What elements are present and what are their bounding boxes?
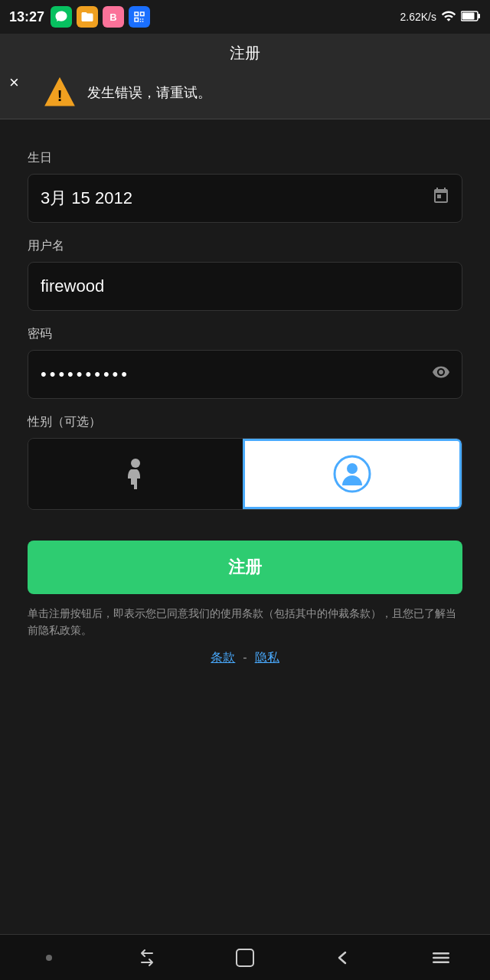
status-bar-left: 13:27 B [9,6,150,28]
birthday-label: 生日 [28,150,462,166]
terms-link[interactable]: 条款 [211,650,235,666]
svg-point-6 [347,463,358,474]
error-banner: × ! 发生错误，请重试。 [0,67,490,119]
status-icons: B [51,6,150,28]
bilibili-icon: B [103,6,124,28]
svg-rect-1 [462,12,475,19]
gender-label: 性别（可选） [28,414,462,430]
error-message: 发生错误，请重试。 [87,83,211,102]
close-icon[interactable]: × [9,74,19,91]
page-title: 注册 [230,44,260,61]
main-content: 生日 用户名 密码 性别（可选） [0,119,490,934]
birthday-input[interactable] [28,174,462,223]
nav-home-square[interactable] [226,939,264,977]
warning-icon: ! [43,76,77,109]
wechat-icon [51,6,72,28]
birthday-field-wrapper [28,174,462,223]
network-speed: 2.62K/s [400,11,436,23]
svg-point-4 [131,459,140,468]
gender-female-option[interactable] [28,439,243,509]
username-input[interactable] [28,262,462,311]
svg-rect-7 [237,949,253,966]
svg-rect-9 [433,956,449,959]
status-bar-right: 2.62K/s [400,8,481,26]
password-label: 密码 [28,326,462,342]
eye-icon[interactable] [432,363,450,386]
wifi-icon [441,8,456,26]
nav-back[interactable] [324,939,362,977]
svg-text:!: ! [57,87,63,104]
svg-rect-2 [478,14,480,18]
battery-icon [461,10,481,24]
link-separator: - [243,651,247,665]
nav-back-swap[interactable] [128,939,166,977]
register-section: 注册 [28,541,462,594]
links-row: 条款 - 隐私 [28,650,462,666]
svg-rect-10 [433,961,449,963]
status-time: 13:27 [9,9,44,25]
qr-icon [129,6,150,28]
header-area: 注册 × ! 发生错误，请重试。 [0,34,490,119]
bottom-nav [0,934,490,980]
calendar-icon[interactable] [432,187,450,210]
gender-male-option[interactable] [243,439,462,509]
svg-rect-8 [433,952,449,955]
password-input[interactable] [28,350,462,399]
folder-icon [77,6,98,28]
privacy-link[interactable]: 隐私 [255,650,279,666]
title-container: 注册 [0,34,490,67]
nav-dot [30,939,68,977]
terms-text: 单击注册按钮后，即表示您已同意我们的使用条款（包括其中的仲裁条款），且您已了解当… [28,605,462,639]
register-button[interactable]: 注册 [28,541,462,594]
password-field-wrapper [28,350,462,399]
status-bar: 13:27 B 2.62K/s [0,0,490,34]
username-label: 用户名 [28,238,462,254]
gender-selector [28,438,462,510]
nav-menu[interactable] [422,939,460,977]
